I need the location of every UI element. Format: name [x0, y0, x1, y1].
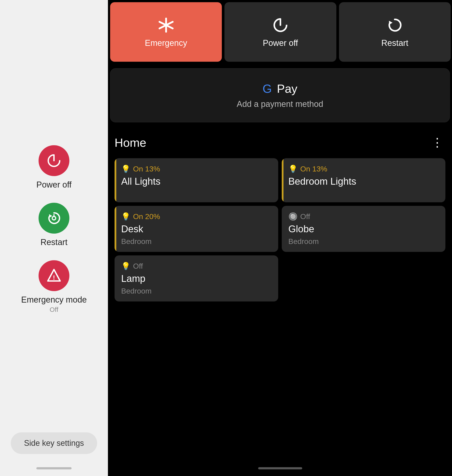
- restart-top-label: Restart: [381, 38, 408, 48]
- home-header: Home ⋮: [110, 127, 450, 156]
- power-off-item[interactable]: Power off: [36, 145, 72, 189]
- globe-card[interactable]: 🔘 Off Globe Bedroom: [282, 206, 445, 252]
- power-off-top-label: Power off: [263, 38, 298, 48]
- emergency-button-label: Emergency: [145, 38, 187, 48]
- emergency-mode-sublabel: Off: [50, 306, 58, 313]
- emergency-mode-label: Emergency mode: [21, 295, 87, 305]
- bedroom-lights-card[interactable]: 💡 On 13% Bedroom Lights: [282, 158, 445, 202]
- emergency-mode-icon: !: [46, 268, 62, 284]
- globe-status: 🔘 Off: [288, 212, 439, 221]
- google-pay-card[interactable]: G Pay Add a payment method: [110, 68, 450, 122]
- all-lights-status: 💡 On 13%: [121, 164, 272, 173]
- globe-name: Globe: [288, 223, 439, 235]
- lamp-location: Bedroom: [121, 287, 272, 295]
- home-more-button[interactable]: ⋮: [429, 133, 445, 152]
- home-title: Home: [114, 136, 146, 149]
- lamp-name: Lamp: [121, 273, 272, 284]
- bulb-icon-lamp: 💡: [121, 261, 130, 270]
- g-letter-blue: G: [263, 82, 272, 95]
- gpay-subtitle: Add a payment method: [237, 99, 323, 109]
- restart-top-icon: [386, 16, 404, 34]
- restart-label: Restart: [40, 238, 67, 247]
- bulb-icon-bedroom: 💡: [288, 164, 298, 173]
- home-section: Home ⋮ 💡 On 13% All Lights 💡 On 13% Bedr…: [108, 127, 452, 476]
- power-menu: Power off Restart ! Emergen: [21, 145, 87, 313]
- svg-marker-12: [389, 21, 392, 25]
- circle-icon-globe: 🔘: [288, 212, 298, 221]
- emergency-button[interactable]: Emergency: [110, 2, 222, 62]
- lamp-status: 💡 Off: [121, 261, 272, 270]
- power-icon: [46, 153, 62, 168]
- bedroom-lights-name: Bedroom Lights: [288, 176, 439, 187]
- desk-name: Desk: [121, 223, 272, 235]
- home-indicator-left: [36, 467, 72, 469]
- home-indicator-right: [258, 467, 302, 469]
- restart-icon-circle: [39, 203, 69, 234]
- power-off-top-icon: [272, 16, 289, 34]
- restart-top-button[interactable]: Restart: [339, 2, 451, 62]
- bulb-icon-all: 💡: [121, 164, 130, 173]
- left-panel: Power off Restart ! Emergen: [0, 0, 108, 476]
- emergency-mode-item[interactable]: ! Emergency mode Off: [21, 260, 87, 313]
- desk-card[interactable]: 💡 On 20% Desk Bedroom: [114, 206, 278, 252]
- power-off-label: Power off: [36, 180, 72, 189]
- side-key-settings-button[interactable]: Side key settings: [11, 432, 97, 454]
- all-lights-card[interactable]: 💡 On 13% All Lights: [114, 158, 278, 202]
- emergency-mode-icon-circle: !: [39, 260, 69, 291]
- globe-location: Bedroom: [288, 237, 439, 246]
- google-pay-logo: G Pay: [263, 82, 297, 95]
- svg-text:!: !: [53, 274, 55, 281]
- restart-icon: [46, 210, 62, 226]
- smart-home-grid: 💡 On 13% All Lights 💡 On 13% Bedroom Lig…: [110, 156, 450, 304]
- bedroom-lights-status: 💡 On 13%: [288, 164, 439, 173]
- restart-item[interactable]: Restart: [39, 203, 69, 247]
- all-lights-name: All Lights: [121, 176, 272, 187]
- right-panel: Emergency Power off Restart G Pay Add a …: [108, 0, 452, 476]
- gpay-text: Pay: [273, 82, 297, 95]
- desk-status: 💡 On 20%: [121, 212, 272, 221]
- power-off-icon-circle: [39, 145, 69, 176]
- svg-marker-2: [49, 214, 52, 218]
- power-off-top-button[interactable]: Power off: [225, 2, 336, 62]
- bulb-icon-desk: 💡: [121, 212, 130, 221]
- asterisk-icon: [157, 16, 175, 34]
- desk-location: Bedroom: [121, 237, 272, 246]
- top-buttons-row: Emergency Power off Restart: [108, 0, 452, 64]
- lamp-card[interactable]: 💡 Off Lamp Bedroom: [114, 255, 278, 302]
